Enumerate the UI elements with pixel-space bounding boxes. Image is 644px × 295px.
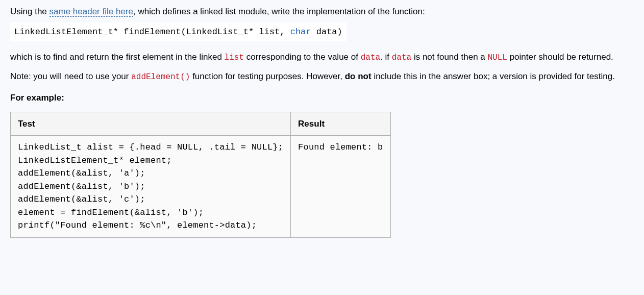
- result-cell: Found element: b: [291, 136, 390, 238]
- table-row: LinkedList_t alist = {.head = NULL, .tai…: [11, 136, 391, 238]
- intro-text-post: , which defines a linked list module, wr…: [133, 7, 425, 16]
- header-file-link[interactable]: same header file here: [49, 7, 133, 17]
- code-null: NULL: [488, 53, 507, 62]
- col-header-result: Result: [291, 112, 390, 136]
- intro-text-pre: Using the: [10, 7, 49, 16]
- code-data: data: [361, 53, 380, 62]
- function-signature: LinkedListElement_t* findElement(LinkedL…: [10, 22, 346, 42]
- bold-donot: do not: [345, 71, 371, 81]
- col-header-test: Test: [11, 112, 291, 136]
- note-paragraph: Note: you will need to use your addEleme…: [10, 70, 634, 83]
- code-list: list: [225, 53, 244, 62]
- table-header-row: Test Result: [11, 112, 391, 136]
- code-addelement: addElement(): [131, 72, 190, 82]
- signature-line: LinkedListElement_t* findElement(LinkedL…: [10, 22, 634, 45]
- test-code-cell: LinkedList_t alist = {.head = NULL, .tai…: [11, 136, 291, 238]
- example-header: For example:: [10, 91, 634, 105]
- code-data-2: data: [392, 53, 411, 62]
- intro-paragraph: Using the same header file here, which d…: [10, 5, 634, 18]
- description-paragraph: which is to find and return the first el…: [10, 51, 634, 64]
- example-table: Test Result LinkedList_t alist = {.head …: [10, 112, 391, 238]
- keyword-char: char: [290, 27, 311, 37]
